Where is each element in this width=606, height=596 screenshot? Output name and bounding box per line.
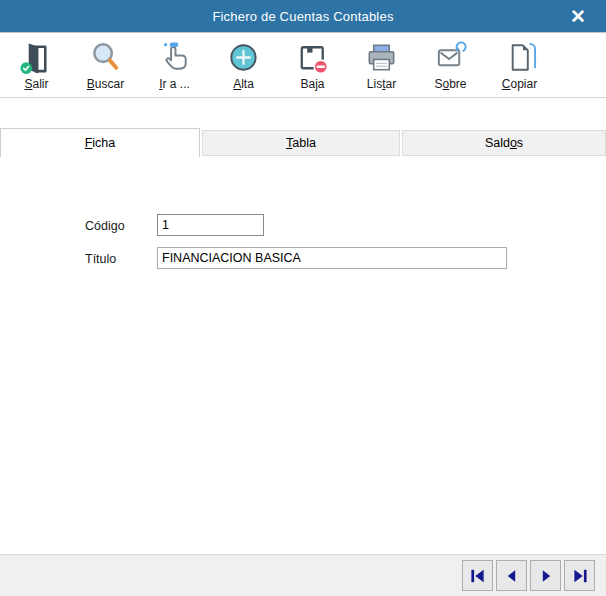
listar-button[interactable]: Listar <box>347 39 416 95</box>
box-minus-icon <box>294 39 331 76</box>
baja-button[interactable]: Baja <box>278 39 347 95</box>
envelope-refresh-icon <box>432 39 469 76</box>
alta-button[interactable]: Alta <box>209 39 278 95</box>
door-exit-icon <box>18 39 55 76</box>
copiar-button[interactable]: Copiar <box>485 39 554 95</box>
sobre-button[interactable]: Sobre <box>416 39 485 95</box>
previous-record-button[interactable] <box>496 560 527 591</box>
first-record-icon <box>470 568 486 584</box>
pointing-hand-icon <box>156 39 193 76</box>
last-record-icon <box>572 568 588 584</box>
codigo-label: Código <box>85 219 125 233</box>
salir-button[interactable]: Salir <box>2 39 71 95</box>
record-navigator <box>462 560 595 591</box>
buscar-button[interactable]: Buscar <box>71 39 140 95</box>
baja-label: Baja <box>300 77 324 91</box>
ir-a-label: Ir a ... <box>159 77 190 91</box>
window-title: Fichero de Cuentas Contables <box>212 9 393 24</box>
dialog-fichero-cuentas: Fichero de Cuentas Contables ✕ Salir Bus… <box>0 0 606 596</box>
buscar-label: Buscar <box>87 77 124 91</box>
tab-saldos[interactable]: Saldos <box>402 130 606 156</box>
titulo-input[interactable] <box>157 247 507 269</box>
sobre-label: Sobre <box>434 77 466 91</box>
previous-record-icon <box>504 568 520 584</box>
plus-circle-icon <box>225 39 262 76</box>
toolbar: Salir Buscar Ir a ... Alta <box>0 34 606 98</box>
tab-content-ficha: Código Título <box>0 157 606 554</box>
next-record-button[interactable] <box>530 560 561 591</box>
next-record-icon <box>538 568 554 584</box>
printer-icon <box>363 39 400 76</box>
tab-tabla[interactable]: Tabla <box>202 130 400 156</box>
close-icon[interactable]: ✕ <box>560 0 596 33</box>
bottom-bar <box>0 554 606 596</box>
ir-a-button[interactable]: Ir a ... <box>140 39 209 95</box>
titulo-label: Título <box>85 252 116 266</box>
copy-document-icon <box>501 39 538 76</box>
codigo-input[interactable] <box>157 214 264 236</box>
first-record-button[interactable] <box>462 560 493 591</box>
last-record-button[interactable] <box>564 560 595 591</box>
magnifier-icon <box>87 39 124 76</box>
listar-label: Listar <box>367 77 396 91</box>
title-bar: Fichero de Cuentas Contables ✕ <box>0 0 606 33</box>
copiar-label: Copiar <box>502 77 537 91</box>
tab-ficha[interactable]: Ficha <box>0 128 200 157</box>
salir-label: Salir <box>24 77 48 91</box>
alta-label: Alta <box>233 77 254 91</box>
tab-strip: Ficha Tabla Saldos <box>0 128 606 157</box>
